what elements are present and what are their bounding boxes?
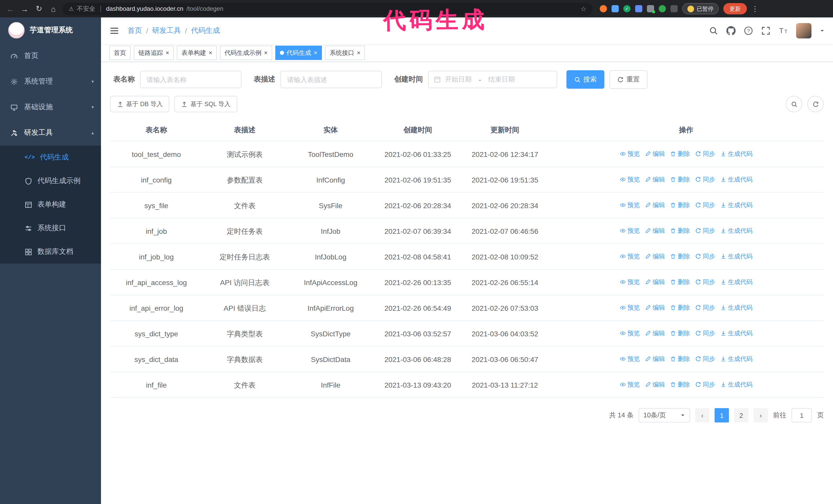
edit-link[interactable]: 编辑 — [645, 328, 665, 338]
preview-link[interactable]: 预览 — [620, 174, 640, 185]
sidebar-item-home[interactable]: 首页 — [0, 43, 101, 69]
sync-link[interactable]: 同步 — [695, 200, 715, 210]
generate-code-link[interactable]: 生成代码 — [720, 328, 753, 338]
sidebar-item-system-api[interactable]: 系统接口 — [0, 216, 101, 240]
sync-link[interactable]: 同步 — [695, 149, 715, 159]
generate-code-link[interactable]: 生成代码 — [720, 149, 753, 159]
preview-link[interactable]: 预览 — [620, 277, 640, 287]
search-button[interactable]: 搜索 — [567, 70, 604, 89]
url-bar[interactable]: ⚠ 不安全 dashboard.yudao.iocoder.cn/tool/co… — [63, 2, 593, 15]
delete-link[interactable]: 删除 — [670, 277, 690, 287]
edit-link[interactable]: 编辑 — [645, 225, 665, 236]
edit-link[interactable]: 编辑 — [645, 149, 665, 159]
github-icon[interactable] — [727, 26, 736, 35]
reset-button[interactable]: 重置 — [610, 70, 647, 89]
page-size-select[interactable]: 10条/页 — [639, 408, 690, 423]
update-button[interactable]: 更新 — [723, 3, 747, 14]
delete-link[interactable]: 删除 — [670, 251, 690, 262]
back-icon[interactable]: ← — [5, 4, 15, 13]
edit-link[interactable]: 编辑 — [645, 354, 665, 364]
help-icon[interactable] — [744, 26, 753, 35]
preview-link[interactable]: 预览 — [620, 149, 640, 159]
edit-link[interactable]: 编辑 — [645, 303, 665, 313]
sidebar-item-dev-tools[interactable]: 研发工具 ▴ — [0, 120, 101, 146]
delete-link[interactable]: 删除 — [670, 328, 690, 338]
sidebar-item-system-management[interactable]: 系统管理 ▾ — [0, 69, 101, 94]
table-desc-input[interactable] — [280, 71, 382, 88]
sidebar-item-codegen-example[interactable]: 代码生成示例 — [0, 169, 101, 193]
extension-icon-1[interactable] — [600, 5, 607, 12]
sync-link[interactable]: 同步 — [695, 277, 715, 287]
import-db-button[interactable]: 基于 DB 导入 — [110, 96, 169, 112]
sidebar-item-infrastructure[interactable]: 基础设施 ▾ — [0, 94, 101, 120]
close-icon[interactable]: × — [166, 50, 169, 56]
preview-link[interactable]: 预览 — [620, 225, 640, 236]
tab-home[interactable]: 首页 — [109, 46, 131, 60]
caret-down-icon[interactable] — [820, 28, 825, 33]
logo[interactable]: 芋道管理系统 — [0, 18, 101, 43]
preview-link[interactable]: 预览 — [620, 200, 640, 210]
close-icon[interactable]: × — [264, 50, 268, 56]
generate-code-link[interactable]: 生成代码 — [720, 225, 753, 236]
search-icon[interactable] — [709, 26, 718, 35]
tab-codegen-example[interactable]: 代码生成示例× — [220, 46, 272, 60]
delete-link[interactable]: 删除 — [670, 225, 690, 236]
preview-link[interactable]: 预览 — [620, 379, 640, 390]
delete-link[interactable]: 删除 — [670, 200, 690, 210]
sync-link[interactable]: 同步 — [695, 303, 715, 313]
forward-icon[interactable]: → — [20, 4, 30, 13]
edit-link[interactable]: 编辑 — [645, 251, 665, 262]
home-icon[interactable]: ⌂ — [48, 4, 58, 13]
generate-code-link[interactable]: 生成代码 — [720, 354, 753, 364]
preview-link[interactable]: 预览 — [620, 354, 640, 364]
next-page-button[interactable]: › — [754, 408, 768, 423]
extension-icon-3[interactable]: ✓ — [623, 5, 630, 12]
user-avatar[interactable] — [796, 23, 811, 39]
extension-icon-6[interactable] — [659, 5, 666, 12]
page-button-1[interactable]: 1 — [715, 408, 729, 423]
delete-link[interactable]: 删除 — [670, 149, 690, 159]
generate-code-link[interactable]: 生成代码 — [720, 303, 753, 313]
extension-icon-2[interactable] — [612, 5, 619, 12]
delete-link[interactable]: 删除 — [670, 379, 690, 390]
delete-link[interactable]: 删除 — [670, 174, 690, 185]
generate-code-link[interactable]: 生成代码 — [720, 251, 753, 262]
tab-form-builder[interactable]: 表单构建× — [177, 46, 217, 60]
edit-link[interactable]: 编辑 — [645, 174, 665, 185]
breadcrumb-dev-tools[interactable]: 研发工具 — [152, 26, 181, 35]
date-range-picker[interactable]: 开始日期 - 结束日期 — [428, 71, 557, 88]
delete-link[interactable]: 删除 — [670, 354, 690, 364]
extension-icon-5[interactable] — [647, 5, 654, 12]
close-icon[interactable]: × — [314, 50, 317, 56]
tab-tracing[interactable]: 链路追踪× — [134, 46, 174, 60]
paused-badge[interactable]: 已暂停 — [682, 3, 719, 14]
sidebar-item-code-generation[interactable]: </> 代码生成 — [0, 146, 101, 169]
sync-link[interactable]: 同步 — [695, 225, 715, 236]
font-size-icon[interactable] — [779, 26, 788, 35]
bookmark-star-icon[interactable]: ☆ — [580, 5, 587, 13]
tab-system-api[interactable]: 系统接口× — [325, 46, 365, 60]
goto-page-input[interactable] — [791, 408, 812, 423]
page-button-2[interactable]: 2 — [734, 408, 748, 423]
preview-link[interactable]: 预览 — [620, 303, 640, 313]
generate-code-link[interactable]: 生成代码 — [720, 174, 753, 185]
close-icon[interactable]: × — [209, 50, 212, 56]
search-toggle-button[interactable] — [786, 96, 802, 112]
edit-link[interactable]: 编辑 — [645, 277, 665, 287]
sync-link[interactable]: 同步 — [695, 174, 715, 185]
fullscreen-icon[interactable] — [761, 26, 770, 35]
tab-code-generation[interactable]: 代码生成× — [275, 46, 322, 60]
breadcrumb-home[interactable]: 首页 — [128, 26, 142, 35]
delete-link[interactable]: 删除 — [670, 303, 690, 313]
preview-link[interactable]: 预览 — [620, 251, 640, 262]
sync-link[interactable]: 同步 — [695, 379, 715, 390]
prev-page-button[interactable]: ‹ — [695, 408, 710, 423]
sync-link[interactable]: 同步 — [695, 354, 715, 364]
import-sql-button[interactable]: 基于 SQL 导入 — [174, 96, 237, 112]
extension-icon-4[interactable] — [635, 5, 642, 12]
generate-code-link[interactable]: 生成代码 — [720, 200, 753, 210]
edit-link[interactable]: 编辑 — [645, 200, 665, 210]
preview-link[interactable]: 预览 — [620, 328, 640, 338]
generate-code-link[interactable]: 生成代码 — [720, 277, 753, 287]
generate-code-link[interactable]: 生成代码 — [720, 379, 753, 390]
